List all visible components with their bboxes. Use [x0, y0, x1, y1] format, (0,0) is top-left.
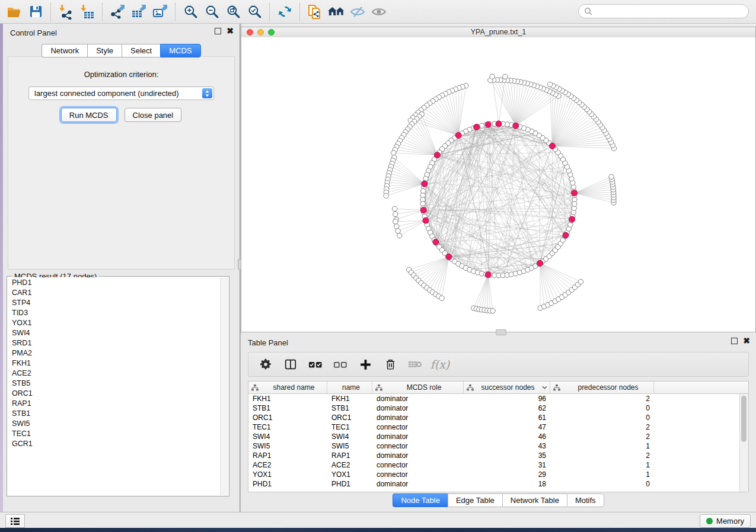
- mcds-result-item[interactable]: STB1: [8, 408, 221, 418]
- show-panels-button[interactable]: [5, 514, 25, 528]
- tab-motifs[interactable]: Motifs: [567, 493, 604, 507]
- close-panel-icon[interactable]: ✖: [743, 338, 750, 344]
- table-row[interactable]: TEC1TEC1connector472: [248, 422, 748, 432]
- mcds-hub-node[interactable]: [474, 124, 480, 130]
- network-node[interactable]: [609, 174, 614, 179]
- network-canvas[interactable]: [241, 37, 755, 332]
- mcds-hub-node[interactable]: [422, 181, 428, 187]
- mcds-hub-node[interactable]: [513, 123, 519, 129]
- table-row[interactable]: ACE2ACE2connector311: [248, 460, 748, 470]
- tab-network[interactable]: Network: [42, 44, 87, 57]
- open-file-button[interactable]: [4, 2, 25, 21]
- mcds-hub-node[interactable]: [423, 217, 429, 223]
- close-panel-icon[interactable]: ✖: [227, 28, 234, 34]
- tab-network-table[interactable]: Network Table: [502, 493, 567, 507]
- network-node[interactable]: [547, 82, 552, 86]
- window-zoom-button[interactable]: [268, 29, 275, 36]
- network-node[interactable]: [490, 309, 495, 313]
- mcds-result-item[interactable]: RAP1: [8, 398, 221, 408]
- mcds-result-list[interactable]: PHD1CAR1STP4TID3YOX1SWI4SRD1PMA2FKH1ACE2…: [8, 277, 221, 495]
- import-table-button[interactable]: [76, 2, 98, 21]
- window-minimize-button[interactable]: [257, 29, 264, 36]
- memory-button[interactable]: Memory: [700, 514, 751, 528]
- network-window-titlebar[interactable]: YPA_prune.txt_1: [241, 27, 755, 38]
- export-table-button[interactable]: [128, 2, 149, 21]
- mcds-result-item[interactable]: SWI5: [8, 418, 221, 428]
- refresh-view-button[interactable]: [274, 2, 295, 21]
- mcds-hub-node[interactable]: [455, 132, 461, 138]
- table-row[interactable]: SWI5SWI5connector431: [248, 441, 748, 451]
- mcds-hub-node[interactable]: [563, 232, 569, 238]
- network-node[interactable]: [393, 219, 398, 224]
- mcds-hub-node[interactable]: [537, 260, 543, 266]
- tab-node-table[interactable]: Node Table: [393, 493, 448, 507]
- table-row[interactable]: SWI4SWI4dominator462: [248, 432, 748, 441]
- mcds-hub-node[interactable]: [420, 207, 426, 213]
- network-node[interactable]: [384, 193, 388, 198]
- mcds-hub-node[interactable]: [434, 152, 440, 158]
- network-node[interactable]: [572, 201, 577, 206]
- column-header-predecessor-nodes[interactable]: predecessor nodes: [550, 382, 654, 393]
- network-node[interactable]: [439, 296, 444, 300]
- network-node[interactable]: [578, 279, 583, 284]
- mcds-result-item[interactable]: PMA2: [8, 348, 221, 358]
- run-mcds-button[interactable]: Run MCDS: [61, 108, 117, 122]
- mcds-result-item[interactable]: TID3: [8, 307, 221, 318]
- mcds-hub-node[interactable]: [496, 121, 502, 127]
- delete-column-button[interactable]: [380, 355, 400, 374]
- table-row[interactable]: ORC1ORC1dominator610: [248, 413, 748, 422]
- mcds-result-item[interactable]: GCR1: [8, 438, 221, 448]
- column-header-MCDS-role[interactable]: MCDS role: [372, 382, 464, 393]
- mcds-hub-node[interactable]: [485, 272, 491, 278]
- float-panel-icon[interactable]: [215, 28, 221, 34]
- mcds-result-item[interactable]: PHD1: [8, 277, 221, 287]
- window-close-button[interactable]: [247, 29, 253, 36]
- mcds-list-scrollbar[interactable]: [220, 277, 228, 495]
- add-column-button[interactable]: [355, 355, 375, 374]
- search-input[interactable]: [595, 7, 748, 17]
- zoom-selected-button[interactable]: [244, 2, 265, 21]
- table-row[interactable]: YOX1YOX1connector291: [248, 470, 748, 479]
- horizontal-splitter-handle[interactable]: [496, 329, 506, 335]
- mcds-result-item[interactable]: SRD1: [8, 338, 221, 348]
- network-node[interactable]: [391, 150, 396, 155]
- mcds-hub-node[interactable]: [572, 190, 578, 196]
- table-scrollbar[interactable]: [739, 394, 748, 492]
- export-network-button[interactable]: [107, 2, 128, 21]
- deselect-all-checkboxes-button[interactable]: [330, 355, 350, 374]
- mcds-result-item[interactable]: TEC1: [8, 428, 221, 438]
- mcds-result-item[interactable]: STP4: [8, 297, 221, 307]
- tab-select[interactable]: Select: [122, 44, 160, 57]
- table-settings-button[interactable]: [256, 355, 276, 374]
- mcds-hub-node[interactable]: [550, 143, 556, 149]
- mcds-hub-node[interactable]: [433, 239, 439, 245]
- tab-edge-table[interactable]: Edge Table: [448, 493, 502, 507]
- network-node[interactable]: [394, 224, 399, 229]
- column-header-successor-nodes[interactable]: successor nodes: [464, 382, 550, 393]
- table-row[interactable]: STB1STB1dominator620: [248, 403, 748, 413]
- table-row[interactable]: PHD1PHD1dominator180: [248, 479, 748, 489]
- split-columns-button[interactable]: [280, 355, 301, 374]
- table-row[interactable]: RAP1RAP1dominator352: [248, 451, 748, 460]
- mcds-result-item[interactable]: ACE2: [8, 368, 221, 378]
- network-node[interactable]: [503, 74, 508, 79]
- mcds-result-item[interactable]: ORC1: [8, 388, 221, 398]
- select-all-checkboxes-button[interactable]: [305, 355, 326, 374]
- duplicate-network-button[interactable]: [304, 2, 326, 21]
- first-neighbors-button[interactable]: [326, 2, 347, 21]
- mcds-result-item[interactable]: STB5: [8, 378, 221, 388]
- mcds-hub-node[interactable]: [569, 216, 575, 222]
- save-session-button[interactable]: [25, 2, 46, 21]
- column-header-shared-name[interactable]: shared name: [248, 382, 327, 393]
- mcds-result-item[interactable]: YOX1: [8, 318, 221, 328]
- show-all-button[interactable]: [368, 2, 390, 21]
- tab-style[interactable]: Style: [87, 44, 122, 57]
- network-node[interactable]: [395, 229, 400, 233]
- zoom-in-button[interactable]: [180, 2, 201, 21]
- criterion-select[interactable]: largest connected component (undirected): [28, 86, 214, 100]
- table-scrollbar-thumb[interactable]: [741, 396, 747, 442]
- network-node[interactable]: [392, 206, 397, 211]
- table-row[interactable]: FKH1FKH1dominator962: [248, 394, 748, 403]
- export-image-button[interactable]: [149, 2, 171, 21]
- import-network-button[interactable]: [55, 2, 76, 21]
